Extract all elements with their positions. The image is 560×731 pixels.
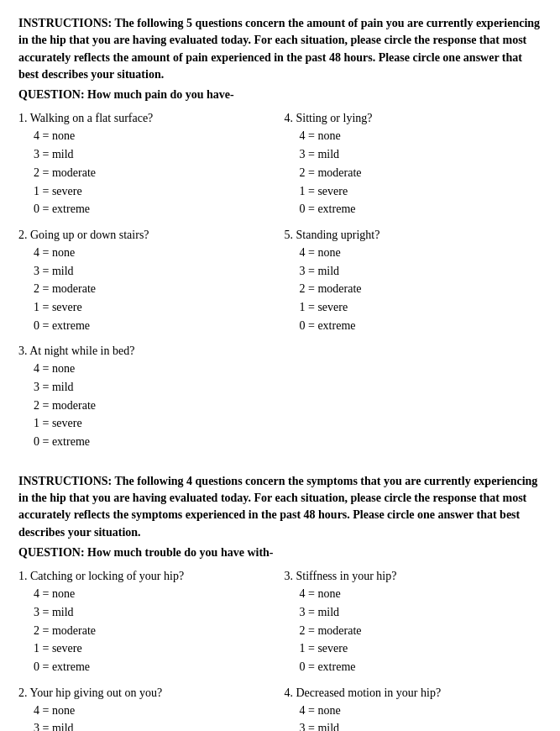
q1-opt0: 4 = none bbox=[34, 127, 276, 145]
q3-options: 4 = none 3 = mild 2 = moderate 1 = sever… bbox=[18, 360, 276, 450]
s2-question-item-1: 1. Catching or locking of your hip? 4 = … bbox=[18, 570, 276, 676]
q1-opt2: 2 = moderate bbox=[34, 164, 276, 182]
q5-options: 4 = none 3 = mild 2 = moderate 1 = sever… bbox=[285, 244, 542, 334]
q1-opt3: 1 = severe bbox=[34, 182, 276, 201]
q3-opt2: 2 = moderate bbox=[34, 397, 276, 415]
q3-number: 3. bbox=[18, 344, 29, 357]
question-item-4: 4. Sitting or lying? 4 = none 3 = mild 2… bbox=[285, 112, 542, 218]
section1-instructions-block: INSTRUCTIONS: The following 5 questions … bbox=[18, 15, 542, 103]
section2-question: QUESTION: How much trouble do you have w… bbox=[18, 544, 542, 561]
s2-q3-opt0: 4 = none bbox=[300, 585, 542, 603]
s2-q3-opt3: 1 = severe bbox=[300, 639, 542, 658]
s2-q3-opt2: 2 = moderate bbox=[300, 622, 542, 640]
s2-q4-number: 4. bbox=[285, 686, 296, 699]
q2-opt1: 3 = mild bbox=[34, 262, 276, 281]
q2-options: 4 = none 3 = mild 2 = moderate 1 = sever… bbox=[18, 244, 276, 334]
question-item-5: 5. Standing upright? 4 = none 3 = mild 2… bbox=[285, 229, 542, 334]
s2-q4-opt0: 4 = none bbox=[300, 702, 542, 720]
s2-q3-opt1: 3 = mild bbox=[300, 603, 542, 622]
q1-number: 1. bbox=[18, 112, 30, 124]
section2-questions-grid: 1. Catching or locking of your hip? 4 = … bbox=[18, 570, 542, 731]
q2-number: 2. bbox=[18, 229, 30, 241]
q4-options: 4 = none 3 = mild 2 = moderate 1 = sever… bbox=[285, 127, 542, 218]
q2-opt2: 2 = moderate bbox=[34, 280, 276, 298]
s2-q2-number: 2. bbox=[18, 686, 29, 699]
q4-label: 4. Sitting or lying? bbox=[285, 112, 542, 125]
q5-text: Standing upright? bbox=[296, 229, 380, 241]
q2-opt0: 4 = none bbox=[34, 244, 276, 262]
s2-q2-options: 4 = none 3 = mild 2 = moderate 1 = sever… bbox=[18, 702, 276, 731]
q5-number: 5. bbox=[285, 229, 296, 241]
section2-left-col: 1. Catching or locking of your hip? 4 = … bbox=[18, 570, 276, 731]
s2-q1-number: 1. bbox=[18, 570, 30, 582]
q3-text: At night while in bed? bbox=[29, 344, 134, 357]
q5-opt3: 1 = severe bbox=[300, 298, 542, 317]
section1-question: QUESTION: How much pain do you have- bbox=[18, 87, 542, 103]
q3-opt0: 4 = none bbox=[34, 360, 276, 378]
q5-opt0: 4 = none bbox=[300, 244, 542, 262]
q5-opt1: 3 = mild bbox=[300, 262, 542, 281]
q1-text: Walking on a flat surface? bbox=[30, 112, 154, 124]
q3-label: 3. At night while in bed? bbox=[18, 344, 276, 358]
q1-options: 4 = none 3 = mild 2 = moderate 1 = sever… bbox=[18, 127, 276, 218]
q1-opt1: 3 = mild bbox=[34, 145, 276, 164]
section1-left-col: 1. Walking on a flat surface? 4 = none 3… bbox=[18, 112, 276, 460]
q5-opt4: 0 = extreme bbox=[300, 317, 542, 335]
q2-opt4: 0 = extreme bbox=[34, 317, 276, 335]
question-item-2: 2. Going up or down stairs? 4 = none 3 =… bbox=[18, 229, 276, 334]
s2-question-item-4: 4. Decreased motion in your hip? 4 = non… bbox=[285, 686, 542, 731]
s2-q3-opt4: 0 = extreme bbox=[300, 658, 542, 676]
q4-opt4: 0 = extreme bbox=[300, 200, 542, 218]
s2-q1-opt0: 4 = none bbox=[34, 585, 276, 603]
s2-q2-text: Your hip giving out on you? bbox=[29, 686, 162, 699]
s2-q1-text: Catching or locking of your hip? bbox=[30, 570, 184, 582]
q5-label: 5. Standing upright? bbox=[285, 229, 542, 242]
question-item-1: 1. Walking on a flat surface? 4 = none 3… bbox=[18, 112, 276, 218]
s2-q1-label: 1. Catching or locking of your hip? bbox=[18, 570, 276, 583]
q2-text: Going up or down stairs? bbox=[30, 229, 149, 241]
s2-q4-label: 4. Decreased motion in your hip? bbox=[285, 686, 542, 700]
q3-opt4: 0 = extreme bbox=[34, 433, 276, 451]
s2-q1-opt4: 0 = extreme bbox=[34, 658, 276, 676]
s2-q4-options: 4 = none 3 = mild 2 = moderate 1 = sever… bbox=[285, 702, 542, 731]
s2-q3-options: 4 = none 3 = mild 2 = moderate 1 = sever… bbox=[285, 585, 542, 676]
s2-q3-number: 3. bbox=[285, 570, 296, 582]
q4-opt1: 3 = mild bbox=[300, 145, 542, 164]
s2-question-item-2: 2. Your hip giving out on you? 4 = none … bbox=[18, 686, 276, 731]
section2-right-col: 3. Stiffness in your hip? 4 = none 3 = m… bbox=[285, 570, 542, 731]
q3-opt3: 1 = severe bbox=[34, 414, 276, 433]
section2-instructions-block: INSTRUCTIONS: The following 4 questions … bbox=[18, 473, 542, 561]
s2-q4-opt1: 3 = mild bbox=[300, 719, 542, 731]
q4-opt2: 2 = moderate bbox=[300, 164, 542, 182]
s2-q2-opt0: 4 = none bbox=[34, 702, 276, 720]
section1-questions-grid: 1. Walking on a flat surface? 4 = none 3… bbox=[18, 112, 542, 460]
s2-q1-opt3: 1 = severe bbox=[34, 639, 276, 658]
q4-number: 4. bbox=[285, 112, 296, 124]
s2-q4-text: Decreased motion in your hip? bbox=[296, 686, 442, 699]
q2-label: 2. Going up or down stairs? bbox=[18, 229, 276, 242]
q2-opt3: 1 = severe bbox=[34, 298, 276, 317]
s2-q2-opt1: 3 = mild bbox=[34, 719, 276, 731]
s2-q1-options: 4 = none 3 = mild 2 = moderate 1 = sever… bbox=[18, 585, 276, 676]
q3-opt1: 3 = mild bbox=[34, 378, 276, 397]
q1-opt4: 0 = extreme bbox=[34, 200, 276, 218]
s2-q3-text: Stiffness in your hip? bbox=[296, 570, 397, 582]
s2-q1-opt2: 2 = moderate bbox=[34, 622, 276, 640]
q4-text: Sitting or lying? bbox=[296, 112, 373, 124]
s2-q2-label: 2. Your hip giving out on you? bbox=[18, 686, 276, 700]
s2-q3-label: 3. Stiffness in your hip? bbox=[285, 570, 542, 583]
section1-right-col: 4. Sitting or lying? 4 = none 3 = mild 2… bbox=[285, 112, 542, 460]
q1-label: 1. Walking on a flat surface? bbox=[18, 112, 276, 125]
section2-instructions: INSTRUCTIONS: The following 4 questions … bbox=[18, 473, 542, 541]
s2-q1-opt1: 3 = mild bbox=[34, 603, 276, 622]
q4-opt0: 4 = none bbox=[300, 127, 542, 145]
section1-instructions: INSTRUCTIONS: The following 5 questions … bbox=[18, 15, 542, 83]
q5-opt2: 2 = moderate bbox=[300, 280, 542, 298]
s2-question-item-3: 3. Stiffness in your hip? 4 = none 3 = m… bbox=[285, 570, 542, 676]
question-item-3: 3. At night while in bed? 4 = none 3 = m… bbox=[18, 344, 276, 450]
q4-opt3: 1 = severe bbox=[300, 182, 542, 201]
